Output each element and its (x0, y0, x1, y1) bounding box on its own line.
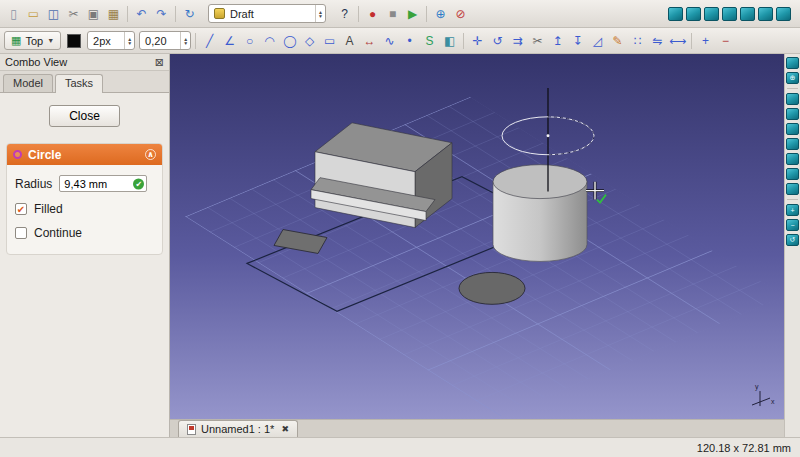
macro-stop-icon[interactable]: ■ (383, 4, 402, 23)
line-width-selector[interactable]: 2px ▲▼ (87, 31, 135, 50)
view-right-icon[interactable] (786, 138, 799, 150)
view-rear-icon[interactable] (740, 7, 755, 21)
3d-viewport[interactable]: y x (170, 54, 784, 419)
draft-scale-icon[interactable]: ◿ (588, 31, 607, 50)
view-bottom-icon[interactable] (786, 168, 799, 180)
panel-close-icon[interactable]: ⊠ (155, 57, 164, 68)
zoom-out-icon[interactable]: − (786, 219, 799, 231)
draft-remove-point-icon[interactable]: − (716, 31, 735, 50)
file-toolbar-group: ▯▭◫✂▣▦↶↷↻ (4, 4, 199, 23)
toolbar-separator (426, 6, 427, 22)
document-tab[interactable]: Unnamed1 : 1* ✖ (178, 420, 298, 437)
document-icon (187, 424, 196, 435)
view-front-icon[interactable] (686, 7, 701, 21)
open-document-icon[interactable]: ▭ (24, 4, 43, 23)
view-top-icon[interactable] (786, 123, 799, 135)
draw-style-icon[interactable]: ⊘ (451, 4, 470, 23)
view-isometric-icon[interactable] (668, 7, 683, 21)
view-top-icon[interactable] (704, 7, 719, 21)
draft-mirror-icon[interactable]: ⇋ (648, 31, 667, 50)
tab-close-icon[interactable]: ✖ (281, 424, 289, 434)
draft-stretch-icon[interactable]: ⟷ (668, 31, 687, 50)
draft-array-icon[interactable]: ∷ (628, 31, 647, 50)
collapse-chevron-icon[interactable]: ∧ (145, 149, 156, 160)
tasks-panel-body: Close Circle ∧ Radius ✔ (0, 93, 169, 437)
view-left-icon[interactable] (786, 183, 799, 195)
filled-checkbox[interactable] (15, 203, 27, 215)
draft-line-icon[interactable]: ╱ (200, 31, 219, 50)
draft-polyline-icon[interactable]: ∠ (220, 31, 239, 50)
draft-upgrade-icon[interactable]: ↥ (548, 31, 567, 50)
radius-label: Radius (15, 177, 52, 191)
cut-icon[interactable]: ✂ (64, 4, 83, 23)
main-area: Combo View ⊠ Model Tasks Close Circle ∧ (0, 54, 800, 437)
draft-circle-icon[interactable]: ○ (240, 31, 259, 50)
draft-move-icon[interactable]: ✛ (468, 31, 487, 50)
circle-task-box: Circle ∧ Radius ✔ Fil (6, 143, 163, 255)
draft-facebinder-icon[interactable]: ◧ (440, 31, 459, 50)
draft-point-icon[interactable]: • (400, 31, 419, 50)
macro-record-icon[interactable]: ● (363, 4, 382, 23)
freecad-window: ▯▭◫✂▣▦↶↷↻ Draft ▲▼ ?●■▶⊕⊘ ▦ Top ▼ 2px ▲▼… (0, 0, 800, 457)
view-axonometric-icon[interactable] (786, 93, 799, 105)
continue-checkbox[interactable] (15, 227, 27, 239)
draft-polygon-icon[interactable]: ◇ (300, 31, 319, 50)
scale-spinbox[interactable]: 0,20 ▲▼ (139, 31, 191, 50)
draft-ellipse-icon[interactable]: ◯ (280, 31, 299, 50)
combo-view-panel: Combo View ⊠ Model Tasks Close Circle ∧ (0, 54, 170, 437)
svg-text:y: y (755, 383, 759, 391)
refresh-icon[interactable]: ↻ (180, 4, 199, 23)
new-document-icon[interactable]: ▯ (4, 4, 23, 23)
filled-circle[interactable] (459, 272, 525, 304)
draft-offset-icon[interactable]: ⇉ (508, 31, 527, 50)
paste-icon[interactable]: ▦ (104, 4, 123, 23)
view-bottom-icon[interactable] (758, 7, 773, 21)
combo-spin-arrows[interactable]: ▲▼ (315, 5, 325, 22)
view-left-icon[interactable] (776, 7, 791, 21)
standard-toolbar: ▯▭◫✂▣▦↶↷↻ Draft ▲▼ ?●■▶⊕⊘ (0, 0, 800, 28)
draft-add-point-icon[interactable]: + (696, 31, 715, 50)
view-fit-icon[interactable]: ⊕ (786, 72, 799, 84)
workbench-selector[interactable]: Draft ▲▼ (208, 4, 326, 23)
draft-edit-icon[interactable]: ✎ (608, 31, 627, 50)
view-right-icon[interactable] (722, 7, 737, 21)
working-plane-icon: ▦ (11, 34, 21, 47)
view-toolbar-right: ⊕+−↺ (784, 54, 800, 437)
line-color-swatch[interactable] (67, 34, 81, 48)
toolbar-separator (175, 6, 176, 22)
copy-icon[interactable]: ▣ (84, 4, 103, 23)
close-task-button[interactable]: Close (49, 105, 120, 127)
macro-run-icon[interactable]: ▶ (403, 4, 422, 23)
circle-task-header[interactable]: Circle ∧ (7, 144, 162, 165)
tab-tasks[interactable]: Tasks (55, 74, 103, 93)
draft-shapestring-icon[interactable]: S (420, 31, 439, 50)
zoom-fit-icon[interactable]: ⊕ (431, 4, 450, 23)
save-icon[interactable]: ◫ (44, 4, 63, 23)
draft-text-icon[interactable]: A (340, 31, 359, 50)
draft-arc-icon[interactable]: ◠ (260, 31, 279, 50)
view-rear-icon[interactable] (786, 153, 799, 165)
redo-icon[interactable]: ↷ (152, 4, 171, 23)
draft-dimension-icon[interactable]: ↔ (360, 31, 379, 50)
working-plane-button[interactable]: ▦ Top ▼ (4, 31, 61, 50)
cylinder-solid[interactable] (493, 165, 587, 262)
zoom-in-icon[interactable]: + (786, 204, 799, 216)
nav-cube-icon[interactable] (786, 57, 799, 69)
view-front-icon[interactable] (786, 108, 799, 120)
spin-arrows[interactable]: ▲▼ (180, 32, 190, 49)
rotate-view-icon[interactable]: ↺ (786, 234, 799, 246)
toolbar-separator (787, 199, 798, 200)
draft-downgrade-icon[interactable]: ↧ (568, 31, 587, 50)
draft-bspline-icon[interactable]: ∿ (380, 31, 399, 50)
toolbar-separator (127, 6, 128, 22)
spin-arrows[interactable]: ▲▼ (124, 32, 134, 49)
draft-trimex-icon[interactable]: ✂ (528, 31, 547, 50)
draft-rotate-icon[interactable]: ↺ (488, 31, 507, 50)
dimensions-readout: 120.18 x 72.81 mm (697, 442, 791, 454)
draft-rectangle-icon[interactable]: ▭ (320, 31, 339, 50)
whatsthis-icon[interactable]: ? (335, 4, 354, 23)
circle-center-point (547, 134, 550, 137)
undo-icon[interactable]: ↶ (132, 4, 151, 23)
working-plane-label: Top (25, 35, 43, 47)
tab-model[interactable]: Model (3, 74, 53, 92)
